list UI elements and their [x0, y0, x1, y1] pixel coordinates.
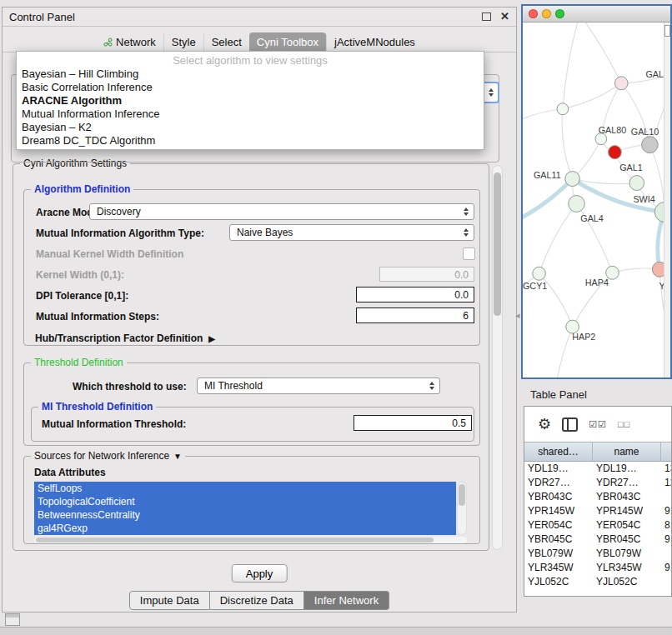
- dpi-tolerance-field[interactable]: 0.0: [356, 287, 474, 302]
- network-edge: [579, 22, 621, 83]
- table-row[interactable]: YBR043CYBR043C: [524, 490, 671, 504]
- dropdown-items: Bayesian – Hill ClimbingBasic Correlatio…: [17, 68, 484, 148]
- close-window-icon[interactable]: ✕: [500, 12, 509, 21]
- kernel-width-field[interactable]: 0.0: [379, 267, 474, 282]
- settings-vertical-scrollbar[interactable]: [492, 165, 503, 550]
- tab-label: Style: [172, 36, 196, 48]
- table-header: shared…name: [524, 442, 671, 462]
- bottom-tab-infer-network[interactable]: Infer Network: [304, 591, 389, 610]
- algorithm-option-bayesian-hill-climbing[interactable]: Bayesian – Hill Climbing: [17, 68, 484, 81]
- gear-icon[interactable]: ⚙: [538, 415, 551, 433]
- bottom-tab-bar: Impute DataDiscretize DataInfer Network: [3, 591, 516, 610]
- attributes-horizontal-scrollbar[interactable]: [34, 537, 467, 543]
- collapse-down-icon[interactable]: ▼: [173, 452, 182, 461]
- mi-threshold-field[interactable]: 0.5: [354, 415, 472, 431]
- hub-definition-label: Hub/Transcription Factor Definition: [35, 332, 203, 344]
- table-row[interactable]: YBR045CYBR045C9.: [524, 532, 671, 547]
- algorithm-option-dream8-dc-tdc-algorithm[interactable]: Dream8 DC_TDC Algorithm: [17, 134, 484, 148]
- mi-type-combobox[interactable]: Naive Bayes: [229, 224, 474, 241]
- network-node[interactable]: [609, 146, 622, 159]
- table-cell: [661, 547, 672, 561]
- network-node[interactable]: [565, 172, 580, 187]
- cyni-algorithm-settings-group: Cyni Algorithm Settings Algorithm Defini…: [13, 163, 489, 551]
- mi-steps-field[interactable]: 6: [356, 308, 474, 323]
- sources-group: Sources for Network Inference ▼ Data Att…: [23, 456, 480, 544]
- table-row[interactable]: YDR27…YDR27…12: [524, 476, 671, 490]
- minimize-traffic-light[interactable]: [542, 9, 551, 18]
- node-label: GCY1: [523, 281, 547, 291]
- tab-style[interactable]: Style: [163, 32, 203, 52]
- network-node[interactable]: [595, 133, 607, 145]
- tab-select[interactable]: Select: [203, 32, 249, 52]
- algorithm-option-mutual-information-inference[interactable]: Mutual Information Inference: [17, 108, 484, 121]
- bottom-tab-impute-data[interactable]: Impute Data: [129, 591, 210, 610]
- network-node[interactable]: [652, 262, 664, 277]
- network-node[interactable]: [533, 267, 546, 280]
- network-view-window: GALGAL80GAL10GAL11GAL1SWI4GAL4GCY1HAP4YH…: [521, 4, 672, 379]
- network-canvas[interactable]: GALGAL80GAL10GAL11GAL1SWI4GAL4GCY1HAP4YH…: [523, 22, 670, 378]
- table-cell: YLR345W: [524, 561, 593, 575]
- node-label: GAL1: [619, 162, 642, 172]
- table-row[interactable]: YBL079WYBL079W: [524, 547, 671, 561]
- close-traffic-light[interactable]: [529, 9, 538, 18]
- table-cell: 9.: [661, 532, 672, 547]
- table-cell: YBR043C: [593, 490, 661, 504]
- algorithm-option-aracne-algorithm[interactable]: ARACNE Algorithm: [17, 94, 484, 108]
- zoom-traffic-light[interactable]: [555, 9, 564, 18]
- sources-title: Sources for Network Inference: [34, 450, 169, 462]
- float-window-icon[interactable]: [482, 12, 491, 21]
- network-node[interactable]: [557, 103, 569, 115]
- algorithm-option-bayesian-k2[interactable]: Bayesian – K2: [17, 121, 484, 134]
- deselect-all-icon[interactable]: □□: [618, 419, 630, 429]
- table-row[interactable]: YJL052CYJL052C: [524, 575, 671, 589]
- table-cell: YBR045C: [524, 532, 593, 547]
- tab-network[interactable]: Network: [96, 32, 163, 52]
- table-row[interactable]: YDL19…YDL19…13: [524, 462, 671, 476]
- sources-toggle[interactable]: Sources for Network Inference ▼: [31, 450, 185, 462]
- attribute-item-topologicalcoefficient[interactable]: TopologicalCoefficient: [34, 495, 456, 508]
- aracne-mode-combobox[interactable]: Discovery: [89, 203, 474, 220]
- table-row[interactable]: YPR145WYPR145W9.: [524, 504, 671, 518]
- attribute-item-selfloops[interactable]: SelfLoops: [34, 482, 456, 495]
- manual-kernel-checkbox[interactable]: [463, 248, 475, 260]
- hub-definition-toggle[interactable]: Hub/Transcription Factor Definition ▶: [35, 332, 215, 344]
- attribute-item-betweennesscentrality[interactable]: BetweennessCentrality: [34, 508, 456, 522]
- which-threshold-combobox[interactable]: MI Threshold: [197, 378, 440, 394]
- table-row[interactable]: YER054CYER054C8.: [524, 518, 671, 532]
- column-header-name[interactable]: name: [593, 442, 661, 461]
- network-window-titlebar[interactable]: [523, 6, 670, 22]
- data-attributes-list[interactable]: SelfLoopsTopologicalCoefficientBetweenne…: [34, 482, 456, 535]
- column-header-shared[interactable]: shared…: [524, 442, 593, 461]
- status-bar: [0, 627, 672, 635]
- network-node[interactable]: [642, 137, 659, 153]
- network-vertical-scrollbar[interactable]: [664, 22, 670, 378]
- control-panel-window: Control Panel ✕ NetworkStyleSelectCyni T…: [2, 7, 517, 612]
- expand-right-icon[interactable]: ▶: [208, 334, 215, 343]
- bottom-tab-discretize-data[interactable]: Discretize Data: [210, 591, 304, 610]
- threshold-definition-title: Threshold Definition: [31, 357, 127, 368]
- tab-bar: NetworkStyleSelectCyni ToolboxjActiveMNo…: [3, 31, 516, 52]
- minimized-panel-icon[interactable]: [5, 613, 20, 626]
- network-node[interactable]: [569, 196, 585, 212]
- data-attributes-label: Data Attributes: [34, 467, 106, 478]
- apply-button[interactable]: Apply: [232, 564, 288, 582]
- attribute-item-gal4rgexp[interactable]: gal4RGexp: [34, 522, 456, 535]
- tab-jactivemnodules[interactable]: jActiveMNodules: [326, 32, 423, 52]
- table-cell: YBR045C: [593, 532, 661, 547]
- network-edge: [555, 327, 573, 378]
- network-edge: [563, 83, 621, 109]
- collapse-left-icon[interactable]: ◂: [515, 310, 520, 321]
- combo-stepper-icon: [429, 382, 434, 390]
- network-node[interactable]: [629, 176, 644, 191]
- network-scroll-button[interactable]: [664, 25, 670, 37]
- column-header-extra[interactable]: [661, 442, 672, 461]
- tab-cyni-toolbox[interactable]: Cyni Toolbox: [249, 32, 326, 52]
- table-cell: YER054C: [524, 518, 593, 532]
- attributes-vertical-scrollbar[interactable]: [457, 482, 467, 535]
- network-node[interactable]: [614, 77, 628, 90]
- algorithm-option-basic-correlation-inference[interactable]: Basic Correlation Inference: [17, 81, 484, 94]
- column-selector-icon[interactable]: [562, 418, 578, 432]
- tab-label: Select: [212, 36, 242, 48]
- select-all-icon[interactable]: ☑☑: [589, 419, 607, 430]
- table-row[interactable]: YLR345WYLR345W9.: [524, 561, 671, 575]
